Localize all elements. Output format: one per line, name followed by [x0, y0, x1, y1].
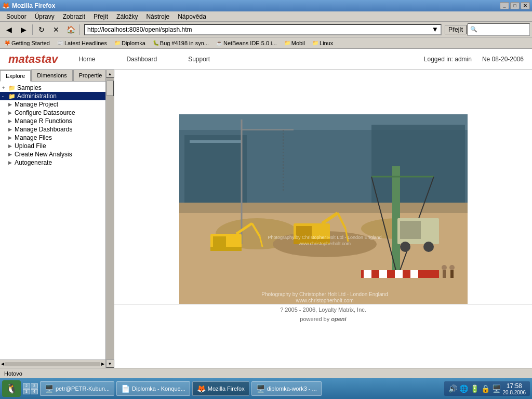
status-text: Hotovo: [4, 370, 22, 377]
menu-nastroje[interactable]: Nástroje: [142, 12, 174, 21]
bookmarks-bar: 🦊 Getting Started 📰 Latest Headlines 📁 D…: [0, 37, 532, 49]
taskbar-clock: 17:58 20.8.2006: [503, 382, 526, 395]
svg-rect-14: [213, 236, 226, 247]
sidebar-tabs: Explore Dimensions Propertie: [0, 70, 105, 82]
menu-bar: Soubor Úpravy Zobrazit Přejít Záložky Ná…: [0, 11, 532, 22]
svg-rect-15: [210, 247, 242, 251]
tree-label-admin: Administration: [17, 92, 57, 100]
tree-label-manage-dashboards: Manage Dashboards: [15, 126, 72, 133]
address-input[interactable]: [87, 26, 432, 33]
back-button[interactable]: ◀: [2, 23, 16, 36]
tree-item-configure-datasource[interactable]: ▶ Configure Datasource: [0, 109, 105, 117]
tree-item-create-new-analysis[interactable]: ▶ Create New Analysis: [0, 150, 105, 158]
nav-support[interactable]: Support: [188, 56, 210, 63]
search-button[interactable]: 🔍: [468, 23, 530, 36]
menu-prejit[interactable]: Přejít: [89, 12, 112, 21]
vdesk-3[interactable]: 3: [23, 389, 30, 394]
tree-label-manage-files: Manage Files: [15, 134, 52, 141]
tray-network-icon: 🌐: [459, 384, 468, 393]
bookmark-icon-5: 📁: [284, 40, 290, 46]
taskbar-icon-firefox: 🦊: [197, 384, 206, 393]
tree-item-manage-project[interactable]: ▶ Manage Project: [0, 100, 105, 109]
taskbar-label-diplomka: Diplomka - Konque...: [132, 385, 185, 392]
tree-label-autogenerate: Autogenerate: [15, 159, 52, 166]
expand-icon-configure-datasource: ▶: [8, 110, 15, 115]
forward-button[interactable]: ▶: [17, 23, 30, 36]
expand-icon-autogenerate: ▶: [8, 160, 15, 165]
sidebar-hscroll: ◀ ▶: [0, 360, 105, 368]
system-tray: 🔊 🌐 🔋 🔒 🖥️ 17:58 20.8.2006: [444, 381, 530, 396]
menu-soubor[interactable]: Soubor: [2, 12, 31, 21]
vdesk-1[interactable]: 2: [23, 383, 30, 389]
tab-explore[interactable]: Explore: [0, 70, 31, 82]
tab-dimensions[interactable]: Dimensions: [31, 70, 72, 81]
hscroll-track: [5, 362, 100, 366]
scroll-left-btn[interactable]: ◀: [0, 362, 5, 366]
maximize-button[interactable]: □: [510, 2, 520, 9]
tree-item-autogenerate[interactable]: ▶ Autogenerate: [0, 158, 105, 167]
tree-item-admin[interactable]: - 📁 Administration: [0, 92, 105, 100]
firefox-icon: 🦊: [2, 2, 10, 9]
sep1: [32, 24, 33, 35]
close-button[interactable]: ✕: [521, 2, 530, 9]
taskbar-label-firefox: Mozilla Firefox: [208, 385, 245, 392]
virtual-desktops[interactable]: 2 3 3 4: [23, 383, 38, 394]
tree-label-configure-datasource: Configure Datasource: [15, 109, 75, 116]
tree-label-manage-project: Manage Project: [15, 101, 58, 108]
nav-home[interactable]: Home: [78, 56, 95, 63]
bookmark-mobil[interactable]: 📁 Mobil: [282, 39, 307, 47]
bookmark-icon-1: 📰: [57, 40, 63, 46]
tree-item-samples[interactable]: + 📁 Samples: [0, 84, 105, 92]
svg-rect-3: [190, 140, 242, 143]
taskbar-item-work3[interactable]: 🖥️ diplomka-work3 - ...: [251, 381, 322, 396]
bookmark-latest-headlines[interactable]: 📰 Latest Headlines: [55, 39, 109, 47]
svg-rect-35: [379, 270, 387, 278]
address-dropdown[interactable]: ▼: [432, 25, 438, 33]
menu-napoveda[interactable]: Nápověda: [174, 12, 210, 21]
nav-dashboard[interactable]: Dashboard: [126, 56, 157, 63]
scroll-up-btn[interactable]: ▲: [106, 70, 114, 78]
svg-text:www.christopherholt.com: www.christopherholt.com: [298, 241, 350, 246]
scroll-down-btn[interactable]: ▼: [106, 360, 114, 368]
folder-icon-samples: 📁: [8, 85, 16, 91]
bookmark-bug[interactable]: 🐛 Bug #4198 in syn...: [151, 39, 211, 47]
home-button[interactable]: 🏠: [64, 23, 77, 36]
start-button[interactable]: 🐧: [2, 380, 21, 397]
taskbar-item-diplomka[interactable]: 📄 Diplomka - Konque...: [116, 381, 190, 396]
menu-upravy[interactable]: Úpravy: [31, 12, 59, 21]
clock-date: 20.8.2006: [503, 390, 526, 395]
svg-rect-41: [450, 270, 454, 278]
bookmark-getting-started[interactable]: 🦊 Getting Started: [2, 39, 52, 47]
scroll-right-btn[interactable]: ▶: [100, 362, 105, 366]
tray-display-icon: 🖥️: [492, 384, 501, 393]
reload-button[interactable]: ↻: [35, 23, 48, 36]
menu-zalozky[interactable]: Záložky: [112, 12, 142, 21]
app-logo: matastav: [8, 52, 58, 66]
taskbar: 🐧 2 3 3 4 🖥️ petr@PETR-Kubun... 📄 Diplom…: [0, 378, 532, 399]
tab-properties[interactable]: Propertie: [73, 70, 105, 81]
bookmark-netbeans[interactable]: ☕ NetBeans IDE 5.0 i...: [214, 39, 279, 47]
taskbar-icon-diplomka: 📄: [121, 384, 130, 393]
tree-item-manage-r-functions[interactable]: ▶ Manage R Functions: [0, 117, 105, 125]
footer-text: ? 2005 - 2006, Loyalty Matrix, Inc.: [280, 307, 366, 313]
bookmark-icon-4: ☕: [216, 40, 222, 46]
menu-zobrazit[interactable]: Zobrazit: [59, 12, 89, 21]
vdesk-4[interactable]: 4: [31, 389, 38, 394]
minimize-button[interactable]: _: [500, 2, 509, 9]
tree-item-upload-file[interactable]: ▶ Upload File: [0, 142, 105, 150]
status-bar: Hotovo: [0, 368, 532, 378]
tree-item-manage-dashboards[interactable]: ▶ Manage Dashboards: [0, 125, 105, 134]
bookmark-diplomka[interactable]: 📁 Diplomka: [112, 39, 148, 47]
go-button[interactable]: Přejít: [445, 25, 467, 34]
tree-label-samples: Samples: [17, 84, 42, 91]
window-title: Mozilla Firefox: [12, 2, 500, 9]
stop-button[interactable]: ✕: [49, 23, 63, 36]
expand-icon-create-new-analysis: ▶: [8, 152, 15, 157]
bookmark-icon-0: 🦊: [4, 40, 10, 46]
taskbar-item-terminal[interactable]: 🖥️ petr@PETR-Kubun...: [40, 381, 114, 396]
bookmark-linux[interactable]: 📁 Linux: [310, 39, 335, 47]
taskbar-item-firefox[interactable]: 🦊 Mozilla Firefox: [192, 381, 249, 396]
tree-item-manage-files[interactable]: ▶ Manage Files: [0, 134, 105, 142]
vdesk-2[interactable]: 3: [31, 383, 38, 389]
scroll-thumb[interactable]: [107, 81, 114, 96]
